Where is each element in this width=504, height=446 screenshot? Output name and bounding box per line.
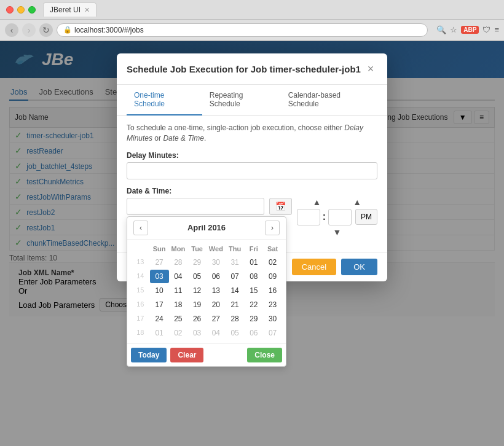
menu-icon[interactable]: ≡: [494, 25, 499, 34]
calendar-day[interactable]: 03: [150, 270, 169, 283]
week-number: 15: [131, 284, 150, 297]
calendar-day[interactable]: 28: [169, 256, 188, 269]
calendar-day[interactable]: 27: [207, 312, 226, 326]
modal-body: One-time Schedule Repeating Schedule Cal…: [117, 85, 387, 252]
forward-button[interactable]: ›: [22, 23, 36, 37]
datetime-input[interactable]: [127, 198, 264, 215]
address-bar[interactable]: 🔒 localhost:3000/#/jobs: [57, 23, 428, 37]
calendar-day[interactable]: 04: [207, 326, 226, 340]
calendar-day[interactable]: 18: [169, 298, 188, 311]
weekday-sat: Sat: [263, 243, 282, 254]
calendar-day[interactable]: 12: [187, 284, 207, 297]
calendar-day[interactable]: 09: [263, 270, 282, 283]
calendar-day[interactable]: 14: [226, 284, 245, 297]
calendar-prev-button[interactable]: ‹: [133, 221, 148, 235]
calendar-day[interactable]: 06: [207, 270, 226, 283]
time-down-arrows: ▼: [331, 228, 342, 237]
ampm-toggle-button[interactable]: PM: [355, 209, 377, 225]
calendar-day[interactable]: 01: [245, 256, 264, 269]
calendar-clear-button[interactable]: Clear: [170, 348, 203, 362]
delay-minutes-input[interactable]: [127, 162, 377, 179]
hour-down-button[interactable]: ▼: [331, 228, 342, 237]
calendar-day[interactable]: 08: [245, 270, 264, 283]
calendar-day[interactable]: 24: [150, 312, 169, 326]
calendar-popup: ‹ April 2016 › Sun Mon: [127, 216, 286, 367]
calendar-day[interactable]: 01: [150, 326, 169, 340]
calendar-day[interactable]: 29: [187, 256, 207, 269]
reload-button[interactable]: ↻: [39, 23, 53, 37]
minute-input[interactable]: 34: [328, 209, 352, 225]
hour-up-button[interactable]: ▲: [311, 198, 322, 206]
calendar-grid: Sun Mon Tue Wed Thu Fri Sat: [127, 240, 286, 343]
calendar-day[interactable]: 03: [187, 326, 207, 340]
calendar-day[interactable]: 17: [150, 298, 169, 311]
time-controls: ▲ ▲ 01 : 34 PM ▼: [297, 198, 377, 237]
search-icon[interactable]: 🔍: [436, 25, 446, 34]
minute-up-button[interactable]: ▲: [352, 198, 363, 206]
week-number: 18: [131, 326, 150, 340]
calendar-day[interactable]: 02: [169, 326, 188, 340]
calendar-day[interactable]: 05: [226, 326, 245, 340]
time-colon: :: [321, 211, 327, 222]
calendar-toggle-button[interactable]: 📅: [269, 198, 292, 215]
calendar-next-button[interactable]: ›: [265, 221, 280, 235]
calendar-day[interactable]: 23: [263, 298, 282, 311]
calendar-month-year: April 2016: [148, 223, 265, 232]
calendar-today-button[interactable]: Today: [131, 348, 167, 362]
calendar-day[interactable]: 28: [226, 312, 245, 326]
calendar-day[interactable]: 11: [169, 284, 188, 297]
week-num-header: [131, 243, 150, 254]
back-button[interactable]: ‹: [5, 23, 18, 37]
calendar-weekdays: Sun Mon Tue Wed Thu Fri Sat: [131, 243, 282, 254]
calendar-day[interactable]: 05: [187, 270, 207, 283]
modal-close-button[interactable]: ×: [364, 62, 377, 76]
calendar-day[interactable]: 04: [169, 270, 188, 283]
weekday-thu: Thu: [226, 243, 245, 254]
close-window-button[interactable]: [6, 6, 14, 14]
bookmark-icon[interactable]: ☆: [450, 25, 457, 34]
calendar-day[interactable]: 30: [207, 256, 226, 269]
calendar-day[interactable]: 20: [207, 298, 226, 311]
url-text: localhost:3000/#/jobs: [74, 26, 144, 34]
modal-overlay: Schedule Job Execution for Job timer-sch…: [0, 41, 504, 446]
calendar-day[interactable]: 25: [169, 312, 188, 326]
calendar-week: 1327282930310102: [131, 256, 282, 269]
page-content: JBe Jobs Job Executions Step Executions …: [0, 41, 504, 446]
calendar-day[interactable]: 06: [245, 326, 264, 340]
calendar-day[interactable]: 15: [245, 284, 264, 297]
calendar-day[interactable]: 27: [150, 256, 169, 269]
calendar-day[interactable]: 22: [245, 298, 264, 311]
calendar-week: 1724252627282930: [131, 312, 282, 326]
calendar-close-button[interactable]: Close: [247, 348, 282, 362]
hour-input[interactable]: 01: [297, 209, 320, 225]
minimize-window-button[interactable]: [17, 6, 25, 14]
calendar-day[interactable]: 31: [226, 256, 245, 269]
calendar-day[interactable]: 07: [226, 270, 245, 283]
tab-repeating[interactable]: Repeating Schedule: [202, 85, 281, 115]
maximize-window-button[interactable]: [28, 6, 36, 14]
tab-calendar-based[interactable]: Calendar-based Schedule: [281, 85, 377, 115]
calendar-day[interactable]: 26: [187, 312, 207, 326]
weekday-wed: Wed: [207, 243, 226, 254]
ok-button[interactable]: OK: [341, 259, 377, 275]
calendar-day[interactable]: 02: [263, 256, 282, 269]
calendar-weeks: 1327282930310102140304050607080915101112…: [131, 256, 282, 340]
tab-close-button[interactable]: ✕: [84, 6, 90, 14]
browser-titlebar: JBeret UI ✕: [0, 0, 504, 20]
calendar-day[interactable]: 10: [150, 284, 169, 297]
tab-one-time[interactable]: One-time Schedule: [127, 85, 202, 115]
calendar-day[interactable]: 13: [207, 284, 226, 297]
calendar-week: 1617181920212223: [131, 298, 282, 311]
shield-icon[interactable]: 🛡: [482, 25, 490, 34]
modal-tabs: One-time Schedule Repeating Schedule Cal…: [117, 85, 387, 115]
calendar-day[interactable]: 30: [263, 312, 282, 326]
calendar-day[interactable]: 29: [245, 312, 264, 326]
calendar-day[interactable]: 19: [187, 298, 207, 311]
cancel-button[interactable]: Cancel: [292, 259, 336, 275]
calendar-header: ‹ April 2016 ›: [127, 217, 286, 240]
calendar-day[interactable]: 16: [263, 284, 282, 297]
browser-tab[interactable]: JBeret UI ✕: [43, 2, 96, 17]
calendar-day[interactable]: 07: [263, 326, 282, 340]
adblock-badge: ABP: [461, 26, 479, 34]
calendar-day[interactable]: 21: [226, 298, 245, 311]
